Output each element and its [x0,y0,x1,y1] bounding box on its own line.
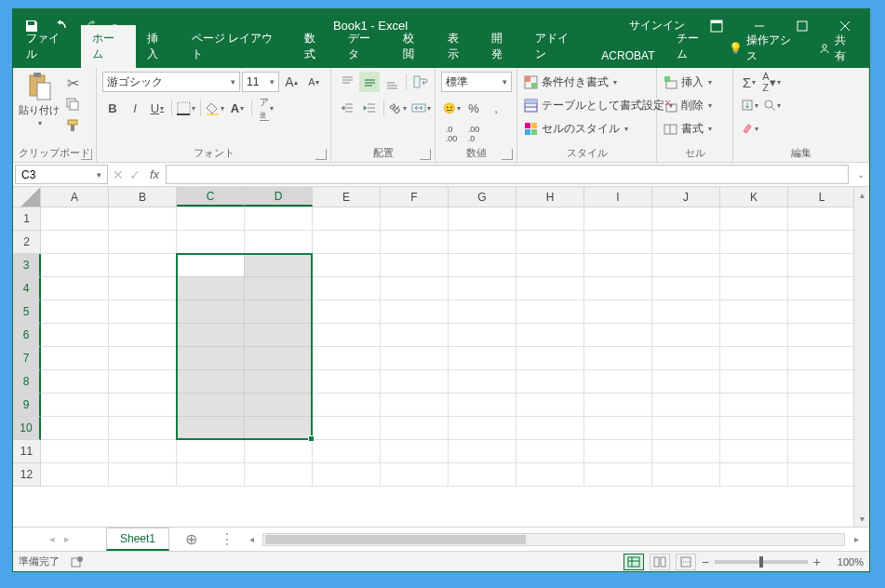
cell[interactable] [381,440,449,463]
cell[interactable] [177,301,245,324]
cell[interactable] [788,231,856,254]
cell[interactable] [109,394,177,417]
dialog-launcher-icon[interactable] [81,149,92,160]
cell[interactable] [313,417,381,440]
macro-record-icon[interactable] [71,555,84,568]
cell[interactable] [720,254,788,277]
cell[interactable] [449,463,516,487]
borders-icon[interactable]: ▾ [176,98,196,118]
cell[interactable] [381,301,449,324]
tab-split-handle[interactable]: ⋮ [210,530,244,548]
cell[interactable] [720,417,788,440]
formula-input[interactable] [166,165,849,184]
cell[interactable] [652,324,720,347]
cell[interactable] [788,254,856,277]
tab-review[interactable]: 校閲 [392,25,436,68]
cell[interactable] [449,394,516,417]
tab-team[interactable]: チーム [665,25,720,68]
zoom-level-label[interactable]: 100% [826,556,864,568]
cell[interactable] [516,324,584,347]
increase-indent-icon[interactable] [359,98,380,118]
select-all-corner[interactable] [13,187,41,207]
cell[interactable] [584,417,652,440]
cell[interactable] [720,301,788,324]
cell[interactable] [584,254,652,277]
new-sheet-icon[interactable]: ⊕ [177,530,205,548]
row-header[interactable]: 4 [13,277,41,301]
cell[interactable] [177,463,245,487]
cell[interactable] [313,324,381,347]
cell[interactable] [720,463,788,487]
font-name-combo[interactable]: 游ゴシック▾ [102,72,240,92]
sheet-tab[interactable]: Sheet1 [106,528,169,551]
dialog-launcher-icon[interactable] [502,149,513,160]
normal-view-icon[interactable] [624,554,644,570]
cell[interactable] [516,463,584,487]
cell[interactable] [652,301,720,324]
cell[interactable] [313,254,381,277]
decrease-indent-icon[interactable] [337,98,357,118]
cell[interactable] [109,440,177,463]
cell[interactable] [381,231,449,254]
cell[interactable] [652,347,720,370]
column-header[interactable]: F [381,187,449,207]
cell[interactable] [788,347,856,370]
cell[interactable] [313,440,381,463]
fill-icon[interactable]: ▾ [739,95,759,115]
increase-decimal-icon[interactable]: .0.00 [441,124,462,144]
cell[interactable] [584,347,652,370]
tab-pagelayout[interactable]: ページ レイアウト [181,25,293,68]
format-cells-button[interactable]: 書式▾ [663,118,712,139]
tell-me-button[interactable]: 💡 操作アシス [721,29,808,68]
cell[interactable] [720,440,788,463]
cell[interactable] [652,370,720,394]
find-select-icon[interactable]: ▾ [761,95,782,115]
font-size-combo[interactable]: 11▾ [242,72,279,92]
tab-acrobat[interactable]: ACROBAT [590,44,665,68]
tab-addins[interactable]: アドイン [524,25,590,68]
cell[interactable] [41,370,109,394]
cell[interactable] [449,207,516,231]
scroll-left-icon[interactable]: ◂ [244,534,259,544]
cell[interactable] [177,277,245,301]
cell[interactable] [177,324,245,347]
cell[interactable] [652,207,720,231]
cell[interactable] [381,463,449,487]
cell[interactable] [41,347,109,370]
cell[interactable] [516,370,584,394]
row-header[interactable]: 11 [13,440,41,463]
cell[interactable] [245,301,313,324]
cell[interactable] [381,254,449,277]
cell[interactable] [41,394,109,417]
cell[interactable] [788,394,856,417]
scroll-down-icon[interactable]: ▾ [854,511,869,527]
cell[interactable] [652,254,720,277]
zoom-slider[interactable] [715,560,808,564]
cell[interactable] [41,440,109,463]
sheet-nav-next-icon[interactable]: ▸ [64,533,70,545]
conditional-formatting-button[interactable]: 条件付き書式▾ [523,72,617,92]
cell[interactable] [313,394,381,417]
row-header[interactable]: 1 [13,207,41,231]
comma-style-icon[interactable]: , [486,98,506,118]
cell[interactable] [245,370,313,394]
cell[interactable] [109,463,177,487]
cell[interactable] [41,277,109,301]
clear-icon[interactable]: ▾ [739,118,759,139]
dialog-launcher-icon[interactable] [315,149,327,160]
cell[interactable] [245,347,313,370]
underline-button[interactable]: U▾ [147,98,168,118]
row-header[interactable]: 2 [13,231,41,254]
cell[interactable] [313,231,381,254]
cell[interactable] [449,417,516,440]
row-header[interactable]: 8 [13,370,41,394]
merge-center-icon[interactable]: ▾ [410,98,432,118]
cell-styles-button[interactable]: セルのスタイル▾ [523,118,628,139]
fill-color-icon[interactable]: ▾ [205,98,225,118]
cell[interactable] [449,254,516,277]
cell[interactable] [652,394,720,417]
cell[interactable] [720,394,788,417]
cell[interactable] [584,324,652,347]
cell[interactable] [720,347,788,370]
copy-icon[interactable] [63,95,82,114]
